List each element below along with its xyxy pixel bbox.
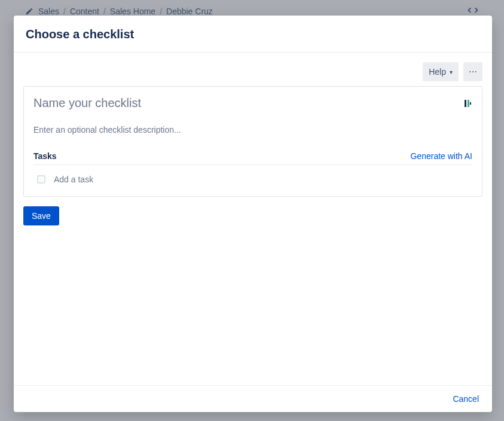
breadcrumb-item-sales-home[interactable]: Sales Home xyxy=(110,7,155,16)
cancel-button[interactable]: Cancel xyxy=(453,394,479,404)
task-checkbox[interactable] xyxy=(37,175,45,184)
breadcrumb-separator: / xyxy=(63,7,66,16)
modal-body: Help ▾ ⋯ Tasks Generate with AI xyxy=(14,53,492,385)
ai-icon[interactable] xyxy=(463,99,472,108)
help-button[interactable]: Help ▾ xyxy=(423,62,459,81)
breadcrumb: Sales / Content / Sales Home / Debbie Cr… xyxy=(25,6,479,16)
more-button[interactable]: ⋯ xyxy=(463,62,482,81)
svg-rect-1 xyxy=(468,100,469,107)
checklist-description-input[interactable] xyxy=(33,125,472,135)
help-button-label: Help xyxy=(429,67,446,77)
toolbar: Help ▾ ⋯ xyxy=(23,62,482,81)
pencil-icon xyxy=(25,7,33,16)
task-row xyxy=(33,172,472,187)
checklist-name-input[interactable] xyxy=(33,96,429,110)
svg-rect-0 xyxy=(465,100,466,107)
breadcrumb-separator: / xyxy=(160,7,162,16)
save-button[interactable]: Save xyxy=(23,206,59,225)
generate-ai-link[interactable]: Generate with AI xyxy=(410,151,472,161)
add-task-input[interactable] xyxy=(54,175,469,184)
checklist-card: Tasks Generate with AI xyxy=(23,86,482,197)
breadcrumb-item-sales[interactable]: Sales xyxy=(38,7,59,16)
card-title-row xyxy=(33,96,472,110)
breadcrumb-separator: / xyxy=(103,7,106,16)
expand-icon[interactable] xyxy=(467,6,479,16)
tasks-header: Tasks Generate with AI xyxy=(33,151,472,165)
ellipsis-icon: ⋯ xyxy=(469,67,477,77)
tasks-label: Tasks xyxy=(33,151,57,161)
modal: Choose a checklist Help ▾ ⋯ Tasks Genera… xyxy=(14,16,492,412)
chevron-down-icon: ▾ xyxy=(450,69,453,75)
breadcrumb-item-debbie-cruz[interactable]: Debbie Cruz xyxy=(166,7,213,16)
save-row: Save xyxy=(23,206,482,225)
modal-title: Choose a checklist xyxy=(26,28,480,41)
svg-rect-2 xyxy=(470,102,471,105)
modal-header: Choose a checklist xyxy=(14,16,492,53)
breadcrumb-item-content[interactable]: Content xyxy=(70,7,99,16)
modal-footer: Cancel xyxy=(14,385,492,412)
